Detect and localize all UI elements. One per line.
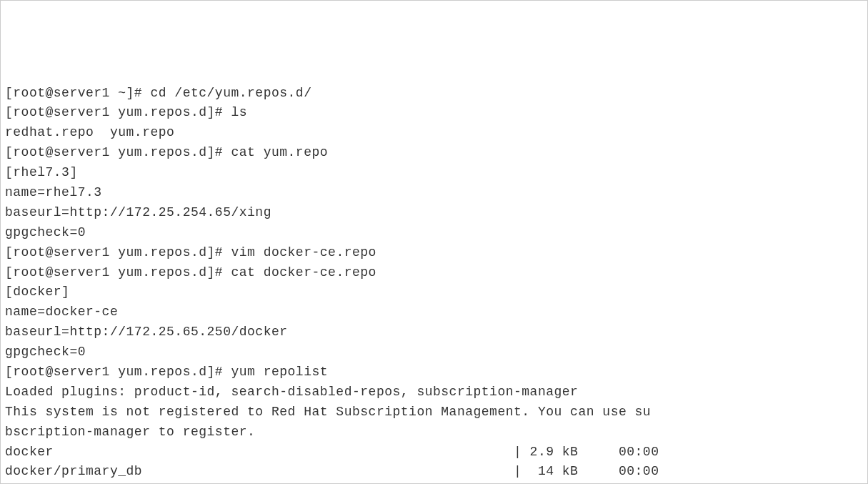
file-content-line: [docker] [5,285,69,299]
prompt: [root@server1 yum.repos.d]# [5,365,231,379]
prompt: [root@server1 ~]# [5,86,150,100]
command: cat yum.repo [231,145,328,159]
file-content-line: baseurl=http://172.25.254.65/xing [5,205,271,219]
prompt-line: [root@server1 yum.repos.d]# ls [5,105,247,119]
output-line: Loaded plugins: product-id, search-disab… [5,385,578,399]
prompt: [root@server1 yum.repos.d]# [5,105,231,119]
terminal-output[interactable]: [root@server1 ~]# cd /etc/yum.repos.d/ [… [5,84,863,484]
prompt-line: [root@server1 yum.repos.d]# cat docker-c… [5,265,376,280]
output-line: redhat.repo yum.repo [5,125,174,139]
command: cat docker-ce.repo [231,265,376,280]
file-content-line: [rhel7.3] [5,165,78,179]
command: yum repolist [231,365,328,379]
prompt-line: [root@server1 yum.repos.d]# yum repolist [5,365,328,379]
prompt-line: [root@server1 yum.repos.d]# vim docker-c… [5,245,376,260]
prompt: [root@server1 yum.repos.d]# [5,265,231,280]
command: ls [231,105,247,119]
prompt-line: [root@server1 yum.repos.d]# cat yum.repo [5,145,328,159]
output-line: bscription-manager to register. [5,425,255,439]
file-content-line: gpgcheck=0 [5,225,86,239]
command: vim docker-ce.repo [231,245,376,260]
file-content-line: name=docker-ce [5,305,118,319]
prompt: [root@server1 yum.repos.d]# [5,245,231,260]
file-content-line: baseurl=http://172.25.65.250/docker [5,325,288,339]
prompt: [root@server1 yum.repos.d]# [5,145,231,159]
file-content-line: gpgcheck=0 [5,345,86,359]
prompt-line: [root@server1 ~]# cd /etc/yum.repos.d/ [5,86,311,100]
output-line: This system is not registered to Red Hat… [5,405,651,419]
download-progress-line: docker | 2.9 kB 00:00 [5,445,659,459]
file-content-line: name=rhel7.3 [5,185,102,199]
download-progress-line: docker/primary_db | 14 kB 00:00 [5,464,659,478]
command: cd /etc/yum.repos.d/ [150,86,311,100]
